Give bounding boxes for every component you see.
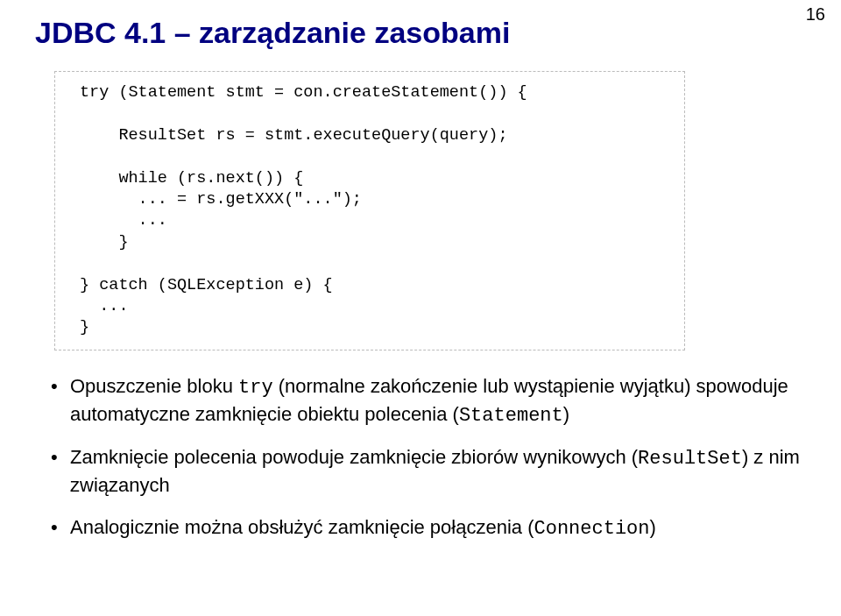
code-line: ...	[80, 297, 129, 315]
bullet-text: )	[563, 403, 569, 425]
code-inline: ResultSet	[638, 448, 742, 470]
code-line: }	[80, 233, 129, 251]
bullet-text: Analogicznie można obsłużyć zamknięcie p…	[70, 516, 534, 538]
slide: 16 JDBC 4.1 – zarządzanie zasobami try (…	[0, 0, 841, 575]
code-inline: Statement	[459, 405, 563, 427]
code-inline: Connection	[534, 518, 650, 540]
code-line: ... = rs.getXXX("...");	[80, 190, 362, 209]
code-line: ResultSet rs = stmt.executeQuery(query);	[80, 126, 507, 145]
bullet-text: )	[650, 516, 656, 538]
code-line: try (Statement stmt = con.createStatemen…	[80, 83, 527, 102]
code-line: }	[80, 318, 89, 336]
code-line: } catch (SQLException e) {	[80, 276, 333, 294]
code-inline: try	[238, 377, 273, 399]
code-line: while (rs.next()) {	[80, 169, 303, 188]
bullet-text: Opuszczenie bloku	[70, 375, 238, 397]
page-number: 16	[806, 4, 825, 25]
bullet-text: Zamknięcie polecenia powoduje zamknięcie…	[70, 446, 638, 468]
bullet-item: Zamknięcie polecenia powoduje zamknięcie…	[51, 444, 806, 498]
bullet-list: Opuszczenie bloku try (normalne zakończe…	[51, 373, 806, 542]
bullet-item: Analogicznie można obsłużyć zamknięcie p…	[51, 514, 806, 542]
code-block: try (Statement stmt = con.createStatemen…	[54, 71, 685, 350]
code-line: ...	[80, 211, 167, 230]
bullet-item: Opuszczenie bloku try (normalne zakończe…	[51, 373, 806, 428]
slide-title: JDBC 4.1 – zarządzanie zasobami	[35, 16, 806, 50]
